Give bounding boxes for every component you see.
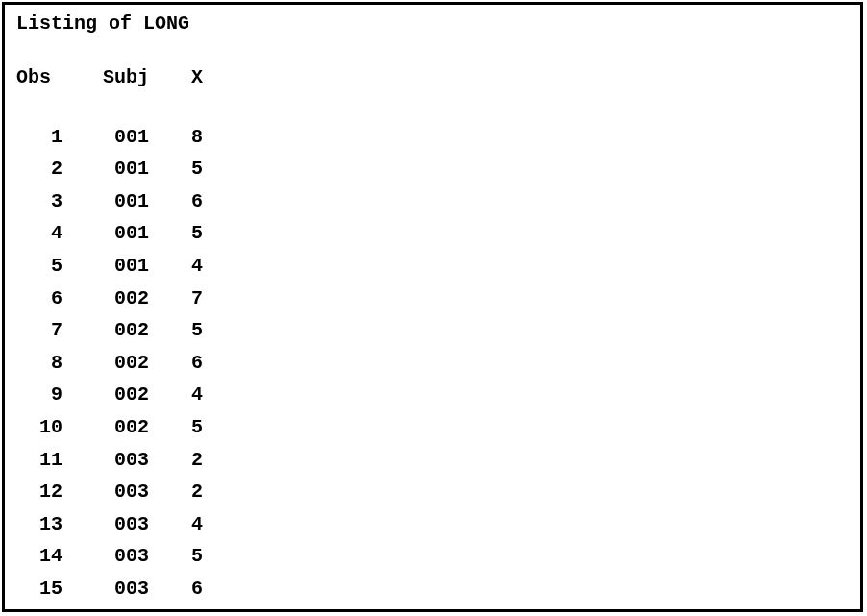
cell-x: 6 <box>149 573 203 605</box>
cell-obs: 9 <box>16 379 62 411</box>
cell-x: 4 <box>149 379 203 411</box>
cell-obs: 5 <box>16 250 62 283</box>
cell-subj: 001 <box>62 185 149 218</box>
cell-obs: 8 <box>16 347 62 380</box>
table-row: 5 001 4 <box>16 250 849 283</box>
cell-obs: 4 <box>16 217 62 250</box>
table-row: 11 003 2 <box>16 444 849 477</box>
table-row: 4 001 5 <box>16 217 849 250</box>
cell-subj: 003 <box>62 573 149 605</box>
cell-x: 6 <box>149 185 203 218</box>
table-row: 1 001 8 <box>16 121 849 154</box>
cell-x: 8 <box>149 121 203 154</box>
cell-subj: 001 <box>62 121 149 154</box>
cell-obs: 10 <box>16 411 62 444</box>
header-x: X <box>149 62 203 94</box>
table-row: 7 002 5 <box>16 314 849 347</box>
cell-subj: 003 <box>62 444 149 477</box>
cell-obs: 6 <box>16 283 62 315</box>
header-subj: Subj <box>62 62 149 94</box>
cell-x: 5 <box>149 217 203 250</box>
cell-x: 2 <box>149 476 203 508</box>
cell-x: 5 <box>149 411 203 444</box>
cell-subj: 002 <box>62 314 149 347</box>
cell-subj: 002 <box>62 379 149 411</box>
table-row: 2 001 5 <box>16 153 849 185</box>
table-row: 6 002 7 <box>16 283 849 315</box>
cell-x: 7 <box>149 283 203 315</box>
cell-obs: 15 <box>16 573 62 605</box>
table-row: 14 003 5 <box>16 540 849 573</box>
cell-x: 5 <box>149 153 203 185</box>
cell-obs: 14 <box>16 540 62 573</box>
cell-x: 5 <box>149 314 203 347</box>
table-row: 3 001 6 <box>16 185 849 218</box>
cell-subj: 002 <box>62 411 149 444</box>
cell-x: 4 <box>149 508 203 541</box>
listing-title: Listing of LONG <box>16 12 849 35</box>
table-row: 10 002 5 <box>16 411 849 444</box>
cell-subj: 001 <box>62 217 149 250</box>
cell-subj: 003 <box>62 540 149 573</box>
table-row: 13 003 4 <box>16 508 849 541</box>
cell-obs: 3 <box>16 185 62 218</box>
cell-x: 6 <box>149 347 203 380</box>
cell-obs: 11 <box>16 444 62 477</box>
table-row: 8 002 6 <box>16 347 849 380</box>
cell-subj: 001 <box>62 153 149 185</box>
cell-subj: 002 <box>62 347 149 380</box>
cell-x: 5 <box>149 540 203 573</box>
cell-x: 2 <box>149 444 203 477</box>
table-header-row: Obs Subj X <box>16 62 849 94</box>
output-listing: Listing of LONG Obs Subj X 1 001 8 2 001… <box>2 2 863 612</box>
cell-obs: 1 <box>16 121 62 154</box>
cell-x: 4 <box>149 250 203 283</box>
cell-obs: 12 <box>16 476 62 508</box>
header-obs: Obs <box>16 62 62 94</box>
cell-obs: 7 <box>16 314 62 347</box>
cell-obs: 2 <box>16 153 62 185</box>
table-body: 1 001 8 2 001 5 3 001 6 4 001 5 5 001 4 … <box>16 121 849 605</box>
table-row: 9 002 4 <box>16 379 849 411</box>
cell-subj: 003 <box>62 508 149 541</box>
cell-subj: 003 <box>62 476 149 508</box>
table-row: 15 003 6 <box>16 573 849 605</box>
cell-subj: 002 <box>62 283 149 315</box>
table-row: 12 003 2 <box>16 476 849 508</box>
cell-obs: 13 <box>16 508 62 541</box>
cell-subj: 001 <box>62 250 149 283</box>
